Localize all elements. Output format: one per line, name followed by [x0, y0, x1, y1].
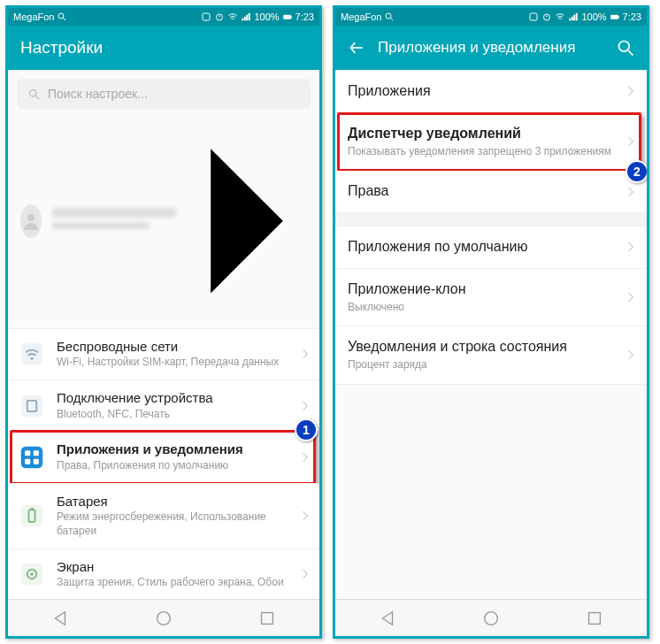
settings-item-apps[interactable]: Приложения и уведомления Права, Приложен… — [8, 431, 319, 482]
chevron-right-icon — [302, 510, 309, 522]
svg-rect-15 — [25, 450, 30, 456]
nav-home[interactable] — [154, 609, 173, 628]
signal-icon — [241, 12, 251, 22]
settings-item-devices[interactable]: Подключение устройства Bluetooth, NFC, П… — [8, 380, 319, 431]
svg-rect-43 — [589, 612, 601, 624]
item-sub: Процент заряда — [348, 358, 627, 372]
header-apps: Приложения и уведомления — [335, 26, 647, 70]
search-icon — [57, 12, 67, 22]
back-button[interactable] — [348, 39, 365, 57]
content-left: Поиск настроек... Беспроводные сети Wi-F… — [8, 70, 319, 599]
apps-item-apps[interactable]: Приложения — [335, 70, 647, 113]
wifi-icon — [227, 12, 238, 22]
chevron-right-icon — [302, 451, 309, 464]
item-title: Уведомления и строка состояния — [348, 338, 627, 356]
chevron-right-icon — [627, 135, 634, 148]
nav-home[interactable] — [481, 609, 501, 628]
chevron-right-icon — [627, 291, 634, 303]
svg-point-24 — [30, 572, 34, 576]
search-icon — [27, 88, 41, 101]
battery-pct: 100% — [581, 12, 606, 22]
settings-item-wireless[interactable]: Беспроводные сети Wi-Fi, Настройки SIM-к… — [8, 328, 319, 380]
carrier-label: MegaFon — [341, 12, 381, 22]
svg-rect-16 — [34, 450, 39, 456]
svg-line-33 — [391, 19, 394, 21]
svg-point-11 — [30, 357, 33, 360]
header-settings: Настройки — [8, 26, 319, 70]
svg-rect-37 — [610, 15, 618, 19]
settings-item-battery[interactable]: Батарея Режим энергосбережения, Использо… — [8, 483, 319, 548]
avatar — [20, 204, 42, 238]
svg-rect-34 — [530, 13, 537, 20]
navbar — [8, 599, 319, 636]
carrier-label: MegaFon — [13, 12, 54, 22]
item-title: Приложение-клон — [348, 280, 627, 299]
search-input[interactable]: Поиск настроек... — [17, 79, 311, 109]
chevron-right-icon — [627, 241, 634, 253]
svg-line-41 — [628, 50, 633, 55]
clock: 7:23 — [623, 12, 641, 22]
chevron-right-icon — [627, 85, 634, 97]
alarm-icon — [541, 12, 552, 22]
nav-recent[interactable] — [257, 609, 277, 628]
nav-back[interactable] — [50, 609, 70, 628]
apps-item-permissions[interactable]: Права — [335, 171, 647, 213]
wifi-icon — [555, 12, 565, 22]
section-spacer — [335, 213, 647, 226]
svg-rect-21 — [30, 508, 34, 510]
step-badge-2: 2 — [625, 160, 647, 183]
display-icon — [19, 561, 45, 587]
wifi-icon — [19, 341, 45, 367]
battery-icon — [282, 12, 293, 22]
item-sub: Права, Приложения по умолчанию — [57, 459, 290, 473]
svg-rect-31 — [262, 612, 273, 624]
apps-icon — [19, 444, 45, 471]
svg-point-30 — [157, 611, 171, 625]
phone-right: MegaFon 100% 7:23 Приложения и уведомлен… — [333, 5, 649, 639]
battery-icon — [19, 502, 45, 529]
svg-rect-38 — [618, 16, 618, 19]
clock: 7:23 — [295, 12, 314, 22]
alarm-icon — [214, 12, 225, 22]
svg-point-42 — [485, 611, 498, 625]
page-title: Настройки — [20, 38, 103, 58]
svg-rect-17 — [25, 459, 30, 464]
apps-item-statusbar[interactable]: Уведомления и строка состояния Процент з… — [335, 326, 647, 384]
search-placeholder: Поиск настроек... — [48, 87, 148, 101]
svg-point-0 — [58, 13, 64, 19]
apps-item-clone[interactable]: Приложение-клон Выключено — [335, 269, 647, 326]
profile-row[interactable] — [8, 118, 319, 328]
nfc-icon — [201, 12, 211, 22]
signal-icon — [568, 12, 579, 22]
item-title: Беспроводные сети — [57, 339, 290, 356]
chevron-right-icon — [302, 568, 309, 580]
apps-item-notifications[interactable]: Диспетчер уведомлений Показывать уведомл… — [335, 113, 647, 171]
chevron-right-icon — [187, 125, 307, 318]
navbar — [335, 599, 647, 636]
item-sub: Wi-Fi, Настройки SIM-карт, Передача данн… — [57, 356, 290, 370]
item-title: Приложения — [348, 82, 627, 101]
item-title: Приложения и уведомления — [57, 441, 290, 458]
search-button[interactable] — [617, 39, 634, 57]
phone-left: MegaFon 100% 7:23 Настройки Поиск настро… — [5, 5, 322, 639]
nfc-icon — [528, 12, 539, 22]
item-title: Приложения по умолчанию — [348, 238, 627, 257]
page-title: Приложения и уведомления — [378, 39, 575, 57]
nav-back[interactable] — [378, 609, 397, 628]
nav-recent[interactable] — [585, 609, 604, 628]
statusbar: MegaFon 100% 7:23 — [335, 8, 647, 26]
svg-point-9 — [27, 214, 35, 221]
settings-item-display[interactable]: Экран Защита зрения, Стиль рабочего экра… — [8, 548, 319, 599]
item-title: Права — [348, 182, 627, 201]
apps-item-default[interactable]: Приложения по умолчанию — [335, 226, 647, 269]
chevron-right-icon — [302, 400, 309, 412]
svg-rect-6 — [290, 16, 291, 19]
item-title: Экран — [57, 559, 290, 576]
chevron-right-icon — [627, 349, 634, 361]
svg-rect-5 — [283, 15, 290, 19]
svg-point-7 — [30, 89, 37, 96]
battery-icon — [610, 12, 620, 22]
battery-pct: 100% — [254, 12, 279, 22]
svg-point-32 — [386, 13, 391, 19]
svg-rect-12 — [21, 395, 43, 417]
